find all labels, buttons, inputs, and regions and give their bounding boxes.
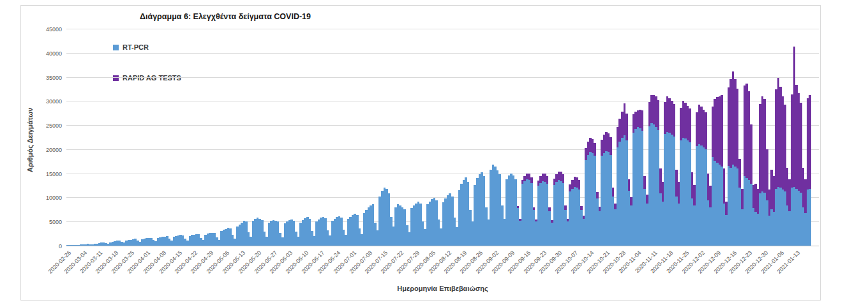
page: { "chart_data": { "type": "bar", "stacke… [0,0,868,305]
y-tick-label: 5000 [35,219,62,225]
bar-segment-rtpcr [809,189,811,246]
bar [809,29,811,246]
x-axis-line [66,246,819,246]
y-tick-label: 30000 [35,98,62,105]
bar-segment-rapid [809,95,811,189]
y-tick-label: 35000 [35,75,62,81]
y-tick-label: 45000 [35,26,62,33]
bars-container [66,29,811,246]
y-tick-label: 10000 [35,195,62,201]
chart-title: Διάγραμμα 6: Ελεγχθέντα δείγματα COVID-1… [140,12,311,21]
x-axis-title: Ημερομηνία Επιβεβαιώσης [66,285,819,292]
y-tick-label: 0 [35,243,62,249]
y-tick-label: 20000 [35,147,62,153]
y-tick-label: 40000 [35,50,62,57]
y-tick-label: 15000 [35,171,62,177]
chart-frame: Διάγραμμα 6: Ελεγχθέντα δείγματα COVID-1… [20,5,821,301]
y-tick-label: 25000 [35,123,62,129]
plot-area [66,29,819,246]
